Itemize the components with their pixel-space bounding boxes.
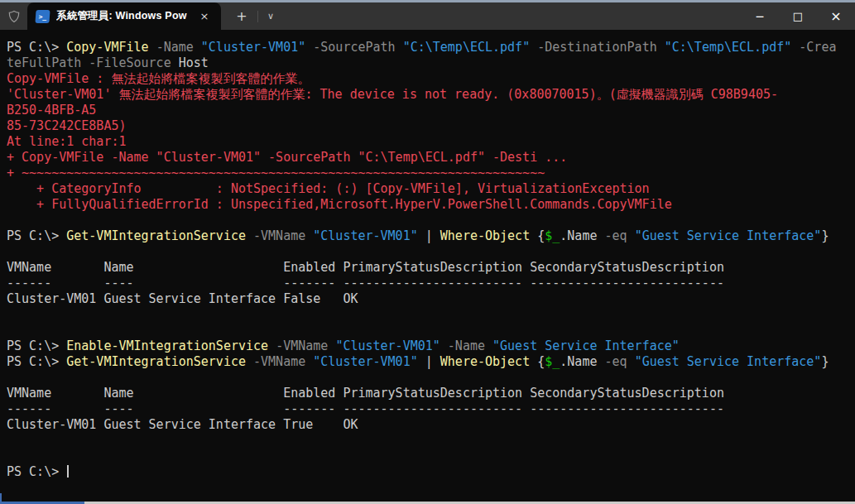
terminal-text-segment: Cluster-VM01 Guest Service Interface Fal… bbox=[7, 291, 358, 306]
terminal-text-segment bbox=[791, 40, 799, 55]
terminal-text-segment bbox=[305, 228, 313, 243]
terminal-text-segment: "C:\Temp\ECL.pdf" bbox=[665, 40, 792, 55]
terminal-text-segment: } bbox=[821, 354, 829, 369]
terminal-text-segment: Enable-VMIntegrationService bbox=[66, 338, 268, 353]
terminal-text-segment bbox=[396, 40, 403, 55]
terminal-line: At line:1 char:1 bbox=[7, 134, 848, 150]
terminal-text-segment bbox=[627, 354, 635, 369]
terminal-text-segment bbox=[627, 228, 635, 243]
terminal-line: PS C:\> Get-VMIntegrationService -VMName… bbox=[7, 354, 848, 370]
terminal-line: Copy-VMFile : 無法起始將檔案複製到客體的作業。 bbox=[7, 71, 848, 87]
terminal-text-segment: "Guest Service Interface" bbox=[635, 228, 822, 243]
tab-powershell[interactable]: >_ 系統管理員: Windows PowerShell × bbox=[27, 2, 221, 30]
terminal-text-segment: Copy-VMFile bbox=[66, 40, 148, 55]
terminal-text-segment: "Cluster-VM01" bbox=[201, 40, 305, 55]
terminal-text-segment: 'Cluster-VM01' 無法起始將檔案複製到客體的作業: The devi… bbox=[7, 87, 778, 102]
terminal-text-segment: -Crea bbox=[799, 40, 836, 55]
terminal-text-segment: | bbox=[418, 354, 440, 369]
terminal-text-segment: -Name bbox=[156, 40, 194, 55]
terminal-text-segment: + ~~~~~~~~~~~~~~~~~~~~~~~~~~~~~~~~~~~~~~… bbox=[7, 166, 545, 180]
terminal-text-segment: Where-Object bbox=[440, 228, 530, 243]
terminal-line: VMName Name Enabled PrimaryStatusDescrip… bbox=[7, 260, 848, 276]
terminal-text-segment bbox=[81, 55, 89, 70]
terminal-line bbox=[7, 244, 848, 260]
terminal-text-segment: ------ ---- ------- --------------------… bbox=[7, 276, 724, 290]
terminal-text-segment: PS C:\> bbox=[7, 464, 66, 479]
terminal-line: ------ ---- ------- --------------------… bbox=[7, 401, 848, 417]
terminal-text-segment: At line:1 char:1 bbox=[7, 134, 127, 149]
terminal-text-segment: -VMName bbox=[253, 228, 305, 243]
terminal-text-segment: PS C:\> bbox=[7, 338, 66, 353]
terminal-line: + Copy-VMFile -Name "Cluster-VM01" -Sour… bbox=[7, 150, 848, 166]
titlebar-drag-region[interactable] bbox=[281, 2, 741, 30]
terminal-text-segment: B250-4BFB-A5 bbox=[7, 103, 96, 118]
terminal-text-segment: { bbox=[530, 228, 545, 243]
terminal-text-segment: + CategoryInfo : NotSpecified: (:) [Copy… bbox=[7, 181, 650, 196]
minimize-button[interactable]: ─ bbox=[741, 2, 779, 30]
terminal-text-segment: + Copy-VMFile -Name "Cluster-VM01" -Sour… bbox=[7, 150, 567, 165]
terminal-text-segment: $_ bbox=[545, 228, 560, 243]
terminal-line: VMName Name Enabled PrimaryStatusDescrip… bbox=[7, 386, 848, 401]
terminal-text-segment: 85-73C242CE8BA5) bbox=[7, 118, 127, 133]
terminal-text-segment: -SourcePath bbox=[313, 40, 395, 55]
tab-dropdown-button[interactable]: ∨ bbox=[260, 6, 281, 27]
admin-shield-icon bbox=[0, 2, 27, 30]
terminal-text-segment: Get-VMIntegrationService bbox=[66, 228, 246, 243]
terminal-text-segment: Get-VMIntegrationService bbox=[66, 354, 246, 369]
terminal-text-segment: PS C:\> bbox=[7, 354, 66, 369]
bottom-left-corner-edge bbox=[0, 493, 2, 504]
terminal-text-segment bbox=[268, 338, 276, 353]
terminal-text-segment bbox=[530, 40, 537, 55]
terminal-line: + ~~~~~~~~~~~~~~~~~~~~~~~~~~~~~~~~~~~~~~… bbox=[7, 166, 848, 181]
terminal-text-segment: + FullyQualifiedErrorId : Unspecified,Mi… bbox=[7, 197, 672, 212]
terminal-text-segment: { bbox=[530, 354, 545, 369]
maximize-button[interactable]: □ bbox=[779, 2, 817, 30]
terminal-text-segment bbox=[305, 354, 313, 369]
terminal-text-segment bbox=[657, 40, 665, 55]
terminal-text-segment: -Name bbox=[448, 338, 485, 353]
terminal-text-segment: "Guest Service Interface" bbox=[635, 354, 822, 369]
close-button[interactable]: × bbox=[817, 2, 855, 30]
terminal-text-segment: -eq bbox=[605, 228, 627, 243]
terminal-text-segment: ------ ---- ------- --------------------… bbox=[7, 401, 724, 416]
terminal-text-segment bbox=[194, 40, 201, 55]
terminal-line: + CategoryInfo : NotSpecified: (:) [Copy… bbox=[7, 181, 848, 197]
terminal-line bbox=[7, 213, 848, 228]
terminal-text-segment bbox=[305, 40, 313, 55]
terminal-text-segment: teFullPath bbox=[7, 55, 81, 70]
tab-close-button[interactable]: × bbox=[194, 6, 215, 27]
terminal-text-segment: -VMName bbox=[276, 338, 328, 353]
terminal-text-segment: $_ bbox=[545, 354, 560, 369]
terminal-text-segment: -DestinationPath bbox=[537, 40, 657, 55]
new-tab-button[interactable]: + bbox=[228, 6, 256, 27]
terminal-text-segment: .Name bbox=[560, 228, 604, 243]
powershell-icon: >_ bbox=[35, 10, 50, 23]
terminal-text-segment: -VMName bbox=[253, 354, 305, 369]
titlebar[interactable]: >_ 系統管理員: Windows PowerShell × + ∨ ─ □ × bbox=[0, 2, 855, 30]
terminal-text-segment: VMName Name Enabled PrimaryStatusDescrip… bbox=[7, 386, 724, 401]
terminal-text-segment: .Name bbox=[560, 354, 604, 369]
terminal-text-segment bbox=[246, 228, 253, 243]
terminal-line bbox=[7, 433, 848, 449]
terminal-text-segment: "Guest Service Interface" bbox=[492, 338, 680, 353]
terminal-line: teFullPath -FileSource Host bbox=[7, 55, 848, 71]
terminal-line bbox=[7, 449, 848, 464]
terminal-text-segment bbox=[246, 354, 253, 369]
terminal-window: >_ 系統管理員: Windows PowerShell × + ∨ ─ □ ×… bbox=[0, 0, 855, 504]
terminal-text-segment bbox=[485, 338, 492, 353]
terminal-line: 'Cluster-VM01' 無法起始將檔案複製到客體的作業: The devi… bbox=[7, 87, 848, 103]
terminal-line bbox=[7, 370, 848, 386]
terminal-line: PS C:\> Get-VMIntegrationService -VMName… bbox=[7, 228, 848, 244]
text-cursor bbox=[67, 465, 69, 478]
terminal-text-segment: "Cluster-VM01" bbox=[313, 228, 417, 243]
terminal-line: Cluster-VM01 Guest Service Interface Fal… bbox=[7, 291, 848, 307]
terminal-text-segment: "Cluster-VM01" bbox=[313, 354, 417, 369]
terminal-viewport[interactable]: PS C:\> Copy-VMFile -Name "Cluster-VM01"… bbox=[0, 30, 855, 504]
terminal-text-segment: "Cluster-VM01" bbox=[335, 338, 440, 353]
terminal-line: + FullyQualifiedErrorId : Unspecified,Mi… bbox=[7, 197, 848, 213]
terminal-line: 85-73C242CE8BA5) bbox=[7, 118, 848, 134]
terminal-text-segment: Copy-VMFile : 無法起始將檔案複製到客體的作業。 bbox=[7, 71, 310, 86]
terminal-text-segment bbox=[440, 338, 448, 353]
terminal-line: PS C:\> Copy-VMFile -Name "Cluster-VM01"… bbox=[7, 40, 848, 55]
terminal-text-segment: -FileSource bbox=[89, 55, 171, 70]
